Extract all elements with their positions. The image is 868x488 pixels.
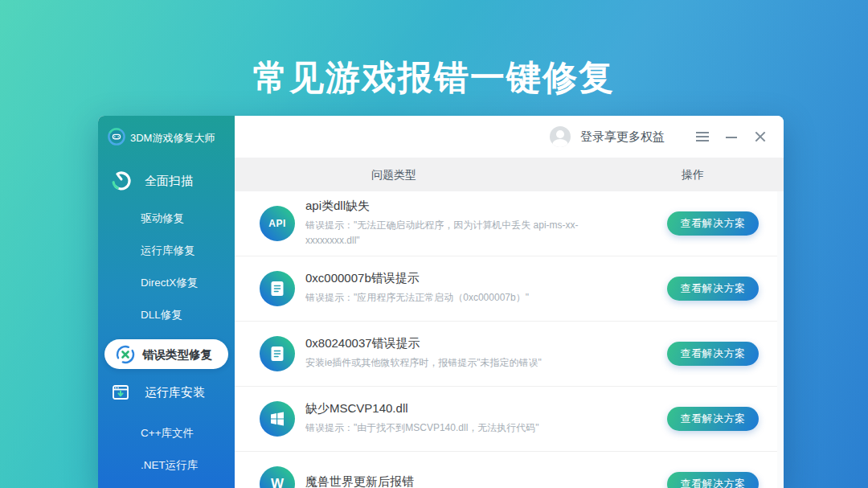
api-badge: API [260, 206, 295, 241]
login-link[interactable]: 登录享更多权益 [580, 129, 665, 145]
table-row: 0x80240037错误提示 安装ie插件或其他微软程序时，报错提示"未指定的错… [235, 322, 784, 387]
titlebar: 登录享更多权益 [235, 116, 784, 158]
sidebar-item-error-type-fix-selected[interactable]: 错误类型修复 [104, 339, 228, 369]
sidebar: 3DM游戏修复大师 全面扫描 驱动修复 运行库修复 DirectX修复 D [98, 116, 235, 488]
sidebar-item-label: DLL修复 [141, 308, 182, 322]
view-solution-button[interactable]: 查看解决方案 [667, 342, 759, 366]
error-type-icon [115, 344, 136, 365]
scrollbar[interactable] [777, 191, 784, 488]
wow-badge: W [260, 466, 295, 488]
document-icon [260, 271, 295, 306]
document-icon [260, 336, 295, 371]
sidebar-item-label: C++库文件 [141, 426, 194, 441]
sidebar-item-label: 错误类型修复 [142, 347, 212, 362]
sidebar-item-label: .NET运行库 [141, 458, 198, 473]
close-icon[interactable] [753, 129, 768, 144]
table-row: API api类dll缺失 错误提示："无法正确启动此程序，因为计算机中丢失 a… [235, 191, 784, 256]
menu-icon[interactable] [695, 129, 710, 144]
minimize-icon[interactable] [724, 129, 739, 144]
issue-description: 安装ie插件或其他微软程序时，报错提示"未指定的错误" [305, 355, 620, 371]
app-brand: 3DM游戏修复大师 [98, 116, 235, 158]
issue-title: 缺少MSCVP140.dll [305, 401, 627, 416]
sidebar-item-label: 运行库安装 [145, 385, 205, 400]
desktop-background: 常见游戏报错一键修复 3DM游戏修复大师 [0, 0, 868, 488]
view-solution-button[interactable]: 查看解决方案 [667, 472, 759, 488]
view-solution-button[interactable]: 查看解决方案 [667, 211, 759, 236]
column-header-action: 操作 [637, 158, 749, 191]
table-row: 缺少MSCVP140.dll 错误提示："由于找不到MSCVP140.dll，无… [235, 387, 784, 452]
issue-title: 魔兽世界更新后报错 [305, 474, 627, 488]
sidebar-item-cpp-library[interactable]: C++库文件 [98, 421, 235, 445]
windows-icon [260, 401, 295, 437]
issue-title: 0xc000007b错误提示 [305, 271, 627, 286]
issue-description: 错误提示："由于找不到MSCVP140.dll，无法执行代码" [305, 420, 620, 436]
window-controls [695, 129, 768, 144]
sidebar-item-runtime-fix[interactable]: 运行库修复 [98, 239, 235, 263]
issue-title: 0x80240037错误提示 [305, 336, 627, 351]
issue-description: 错误提示："应用程序无法正常启动（0xc000007b）" [305, 290, 620, 306]
sidebar-item-dotnet-runtime[interactable]: .NET运行库 [98, 453, 235, 478]
sidebar-item-directx-fix[interactable]: DirectX修复 [98, 271, 235, 295]
avatar[interactable] [550, 126, 571, 147]
column-header-problem-type: 问题类型 [235, 158, 553, 191]
scan-icon [109, 169, 133, 193]
app-logo-icon [108, 128, 125, 146]
issue-description: 错误提示："无法正确启动此程序，因为计算机中丢失 api-ms-xx-xxxxx… [305, 218, 620, 248]
sidebar-item-driver-fix[interactable]: 驱动修复 [98, 207, 235, 231]
sidebar-item-label: 驱动修复 [141, 211, 184, 226]
sidebar-item-label: 全面扫描 [145, 174, 193, 189]
app-name: 3DM游戏修复大师 [130, 131, 215, 146]
sidebar-item-label: DirectX修复 [141, 276, 198, 290]
runtime-install-icon [111, 383, 130, 402]
sidebar-item-full-scan[interactable]: 全面扫描 [98, 169, 235, 193]
sidebar-item-dll-fix[interactable]: DLL修复 [98, 303, 235, 327]
issue-title: api类dll缺失 [305, 199, 627, 214]
page-title: 常见游戏报错一键修复 [0, 55, 868, 101]
view-solution-button[interactable]: 查看解决方案 [667, 407, 759, 431]
table-row: W 魔兽世界更新后报错 查看解决方案 [235, 452, 784, 488]
view-solution-button[interactable]: 查看解决方案 [667, 277, 759, 301]
main-content: 问题类型 操作 API api类dll缺失 错误提示："无法正确启动此程序，因为… [235, 158, 784, 488]
app-window: 3DM游戏修复大师 全面扫描 驱动修复 运行库修复 DirectX修复 D [98, 116, 784, 488]
table-row: 0xc000007b错误提示 错误提示："应用程序无法正常启动（0xc00000… [235, 256, 784, 322]
sidebar-item-label: 运行库修复 [141, 244, 195, 258]
table-header: 问题类型 操作 [235, 158, 784, 191]
sidebar-item-runtime-install[interactable]: 运行库安装 [98, 380, 235, 404]
